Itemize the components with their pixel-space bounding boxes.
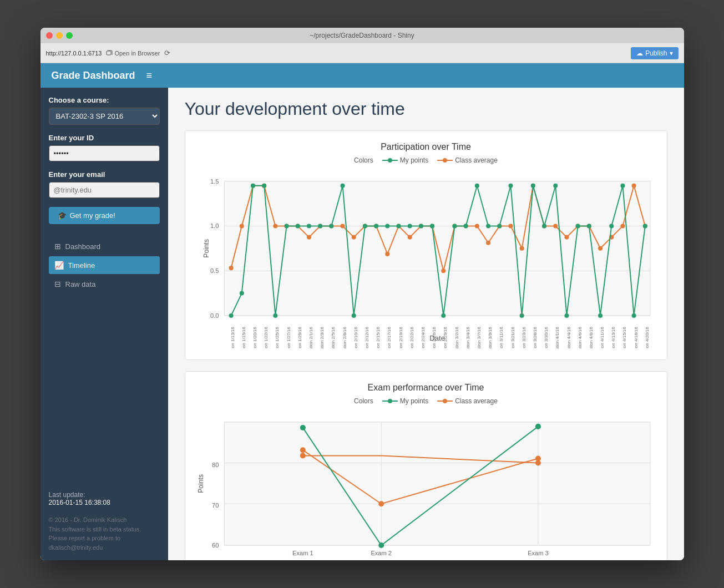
svg-text:60: 60 bbox=[212, 542, 219, 549]
refresh-button[interactable]: ⟳ bbox=[164, 49, 170, 57]
svg-point-89 bbox=[631, 313, 636, 318]
app-header: Grade Dashboard ≡ bbox=[40, 63, 684, 88]
publish-icon: ☁ bbox=[636, 49, 643, 57]
svg-text:Exam 2: Exam 2 bbox=[371, 550, 392, 556]
svg-text:Class Participation 2/19/16: Class Participation 2/19/16 bbox=[398, 327, 403, 348]
exam-legend-colors-label: Colors bbox=[354, 397, 373, 405]
id-input[interactable] bbox=[49, 145, 160, 161]
maximize-button[interactable] bbox=[66, 32, 73, 39]
sidebar-item-rawdata[interactable]: ⊟ Raw data bbox=[49, 275, 160, 293]
svg-text:Exam 1: Exam 1 bbox=[292, 550, 313, 556]
publish-button[interactable]: ☁ Publish ▾ bbox=[631, 47, 678, 59]
svg-point-63 bbox=[340, 184, 345, 188]
svg-rect-0 bbox=[107, 51, 111, 55]
svg-point-69 bbox=[407, 224, 412, 228]
svg-point-78 bbox=[508, 184, 513, 188]
get-grade-button[interactable]: 🎓 Get my grade! bbox=[49, 207, 160, 224]
svg-point-75 bbox=[474, 184, 479, 188]
svg-point-15 bbox=[229, 266, 233, 270]
svg-point-16 bbox=[239, 224, 244, 228]
svg-text:Class Participation 4/11/16: Class Participation 4/11/16 bbox=[600, 327, 605, 348]
svg-text:Class Participation 2/24/16: Class Participation 2/24/16 bbox=[420, 327, 425, 348]
main-content: Your development over time Participation… bbox=[168, 88, 684, 560]
svg-point-131 bbox=[388, 399, 392, 403]
exam-legend-class-avg: Class average bbox=[437, 397, 498, 405]
svg-text:Class Participation 1/25/16: Class Participation 1/25/16 bbox=[275, 327, 280, 348]
minimize-button[interactable] bbox=[56, 32, 63, 39]
participation-chart-svg: 1.5 1.0 0.5 0.0 Points bbox=[196, 171, 656, 348]
svg-text:Class Participation 4/13/16: Class Participation 4/13/16 bbox=[611, 327, 616, 348]
exam-class-avg-icon bbox=[437, 398, 453, 404]
publish-dropdown-icon: ▾ bbox=[670, 49, 673, 57]
last-update-label: Last update: bbox=[49, 491, 160, 499]
participation-chart-container: Participation over Time Colors My points… bbox=[185, 130, 667, 360]
participation-chart-legend: Colors My points Class average bbox=[196, 156, 656, 164]
svg-point-88 bbox=[620, 184, 625, 188]
svg-point-53 bbox=[229, 313, 233, 318]
course-select[interactable]: BAT-2302-3 SP 2016 bbox=[49, 108, 160, 125]
svg-point-83 bbox=[564, 313, 569, 318]
close-button[interactable] bbox=[46, 32, 53, 39]
svg-point-61 bbox=[318, 224, 322, 228]
exam-chart-title: Exam performance over Time bbox=[196, 383, 656, 393]
sidebar-footer: Last update: 2016-01-15 16:38:08 © 2016 … bbox=[49, 480, 160, 552]
svg-text:Class Participation 3/9/16: Class Participation 3/9/16 bbox=[488, 327, 493, 348]
svg-text:Class Participation 4/8/16: Class Participation 4/8/16 bbox=[588, 327, 593, 348]
svg-point-72 bbox=[441, 313, 445, 318]
svg-point-149 bbox=[535, 455, 540, 461]
svg-point-86 bbox=[598, 313, 602, 318]
svg-text:Class Participation 4/18/16: Class Participation 4/18/16 bbox=[633, 327, 638, 348]
svg-point-44 bbox=[553, 224, 558, 228]
svg-text:Class Participation 2/1/16: Class Participation 2/1/16 bbox=[308, 327, 313, 348]
sidebar-nav: ⊞ Dashboard 📈 Timeline ⊟ Raw data bbox=[49, 237, 160, 293]
url-display[interactable]: http://127.0.0.1:6713 bbox=[46, 50, 102, 57]
svg-text:Class Participation 3/30/16: Class Participation 3/30/16 bbox=[544, 327, 549, 348]
svg-text:Class Participation 3/7/16: Class Participation 3/7/16 bbox=[476, 327, 481, 348]
main-layout: Choose a course: BAT-2302-3 SP 2016 Ente… bbox=[40, 88, 684, 560]
svg-point-74 bbox=[463, 224, 468, 228]
svg-text:Class Participation 2/3/16: Class Participation 2/3/16 bbox=[320, 327, 325, 348]
svg-text:Class Participation 2/5/16: Class Participation 2/5/16 bbox=[331, 327, 336, 348]
svg-text:0.0: 0.0 bbox=[210, 312, 218, 319]
svg-text:1.5: 1.5 bbox=[210, 178, 218, 185]
sidebar-item-dashboard[interactable]: ⊞ Dashboard bbox=[49, 237, 160, 255]
svg-text:Class Participation 2/15/16: Class Participation 2/15/16 bbox=[376, 327, 381, 348]
svg-text:Class Participation 4/4/16: Class Participation 4/4/16 bbox=[566, 327, 571, 348]
sidebar: Choose a course: BAT-2302-3 SP 2016 Ente… bbox=[40, 88, 168, 560]
svg-point-59 bbox=[295, 224, 300, 228]
hamburger-menu[interactable]: ≡ bbox=[146, 70, 153, 82]
svg-text:Class Participation 2/12/16: Class Participation 2/12/16 bbox=[364, 327, 369, 348]
svg-text:Points: Points bbox=[202, 239, 210, 258]
svg-text:Class Participation 3/28/16: Class Participation 3/28/16 bbox=[532, 327, 537, 348]
svg-point-19 bbox=[273, 224, 277, 228]
exam-chart-container: Exam performance over Time Colors My poi… bbox=[185, 371, 667, 560]
exam-chart-area: 80 70 60 Points bbox=[196, 412, 656, 560]
svg-text:Class Participation 1/20/16: Class Participation 1/20/16 bbox=[252, 327, 257, 348]
participation-chart-title: Participation over Time bbox=[196, 142, 656, 152]
enter-email-label: Enter your email bbox=[49, 170, 160, 179]
svg-point-40 bbox=[508, 224, 513, 228]
svg-text:Class Participation 3/11/16: Class Participation 3/11/16 bbox=[499, 327, 504, 348]
svg-point-38 bbox=[486, 241, 490, 245]
svg-point-51 bbox=[631, 184, 636, 188]
last-update-value: 2016-01-15 16:38:08 bbox=[49, 499, 160, 506]
svg-point-66 bbox=[374, 224, 378, 228]
email-input[interactable] bbox=[49, 182, 160, 198]
svg-text:1.0: 1.0 bbox=[210, 222, 218, 229]
svg-point-73 bbox=[452, 224, 457, 228]
choose-course-label: Choose a course: bbox=[49, 96, 160, 104]
exam-my-points-icon bbox=[382, 398, 398, 404]
svg-point-82 bbox=[553, 184, 558, 188]
open-browser-button[interactable]: Open in Browser bbox=[106, 50, 160, 57]
svg-point-133 bbox=[443, 399, 447, 403]
svg-text:Exam 3: Exam 3 bbox=[528, 550, 549, 556]
svg-point-147 bbox=[300, 447, 305, 453]
svg-point-65 bbox=[362, 224, 367, 228]
legend-class-avg: Class average bbox=[437, 156, 498, 164]
svg-text:Class Participation 3/21/16: Class Participation 3/21/16 bbox=[510, 327, 515, 348]
svg-text:Class Participation 1/13/16: Class Participation 1/13/16 bbox=[230, 327, 235, 348]
sidebar-item-timeline[interactable]: 📈 Timeline bbox=[49, 256, 160, 274]
svg-point-34 bbox=[441, 268, 445, 273]
window-title: ~/projects/GradeDashboard - Shiny bbox=[310, 32, 414, 39]
browser-bar: http://127.0.0.1:6713 Open in Browser ⟳ … bbox=[40, 43, 684, 63]
